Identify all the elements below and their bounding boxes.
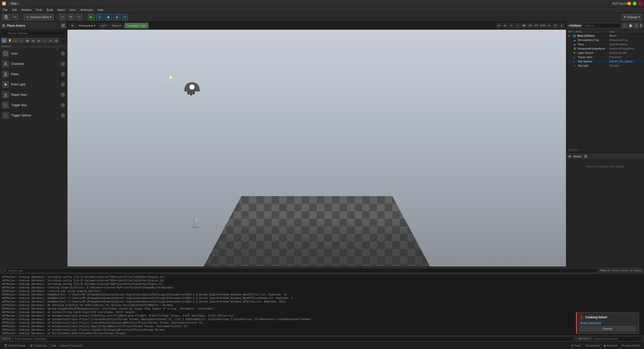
- vp-camera-btn[interactable]: 📷: [521, 23, 527, 28]
- vp-show-btn[interactable]: Show ▾: [109, 23, 123, 28]
- menu-file[interactable]: File: [1, 8, 10, 12]
- close-btn[interactable]: [638, 2, 642, 5]
- tree-item-foliage[interactable]: 🌿 InstancedFoliageActor InstancedFoliage…: [566, 47, 644, 51]
- details-close[interactable]: ✕: [584, 155, 587, 158]
- transform-btn[interactable]: ⤢: [59, 14, 66, 20]
- outliner-settings-btn[interactable]: ⚙: [634, 23, 639, 28]
- status-trace[interactable]: Trace: [569, 344, 583, 347]
- vp-cinematic-btn[interactable]: C1: [553, 23, 558, 28]
- vp-grid-btn[interactable]: ⊞: [496, 23, 502, 28]
- actor-item-character[interactable]: Character ⓘ: [0, 59, 67, 69]
- filter-geometry-btn[interactable]: ◻: [13, 38, 18, 43]
- save-btn[interactable]: [2, 14, 10, 20]
- log-content[interactable]: UATHelper: Cooking (Windows): Including …: [0, 274, 644, 335]
- pause-btn[interactable]: ⏸: [96, 14, 103, 20]
- tree-item-light-source[interactable]: ☀ Light Source DirectionalLight: [566, 51, 644, 55]
- console-input-2[interactable]: [592, 336, 642, 341]
- actor-info-pawn[interactable]: ⓘ: [61, 72, 65, 76]
- vp-g-btn[interactable]: G: [546, 23, 552, 28]
- tree-item-player-start[interactable]: ▷ Player Start PlayerStart: [566, 55, 644, 59]
- status-all-saved[interactable]: All Saved: [602, 344, 619, 347]
- menu-build[interactable]: Build: [45, 8, 55, 12]
- vp-fps-btn[interactable]: 0.29: [540, 23, 546, 28]
- filter-shapes-btn[interactable]: ○: [19, 38, 24, 43]
- selection-mode-btn[interactable]: Selection Mode ▾: [24, 14, 54, 20]
- scale-btn[interactable]: ⤡: [76, 14, 83, 20]
- stop-btn[interactable]: ⏹: [105, 14, 112, 20]
- eject-btn[interactable]: ⏏: [113, 14, 121, 20]
- actor-item-point-light[interactable]: Point Light ⓘ: [0, 79, 67, 90]
- actor-info-actor[interactable]: ⓘ: [61, 51, 65, 56]
- filter-effects-btn[interactable]: ✦: [48, 38, 53, 43]
- log-settings-btn[interactable]: ⚙ Settings: [630, 269, 642, 272]
- tree-item-skylight[interactable]: ⬡ SkyLight SkyLight: [566, 64, 644, 68]
- menu-tools[interactable]: Tools: [34, 8, 44, 12]
- status-content-drawer[interactable]: Content Drawer: [2, 344, 28, 347]
- actor-info-point-light[interactable]: ⓘ: [61, 82, 65, 87]
- menu-arimmetry[interactable]: Arimmetry: [79, 8, 95, 12]
- vp-scalability-btn[interactable]: Scalability: High: [124, 23, 148, 28]
- place-actors-close[interactable]: ✕: [61, 24, 65, 28]
- maximize-btn[interactable]: [633, 2, 636, 5]
- outliner-close[interactable]: ✕: [640, 24, 642, 28]
- vp-maximize-btn[interactable]: ⊞: [69, 23, 75, 28]
- main-tab[interactable]: Main: [8, 2, 20, 6]
- play-options-btn[interactable]: ▾: [122, 14, 128, 20]
- console-input-1[interactable]: [13, 336, 575, 341]
- undo-btn[interactable]: ↩: [12, 14, 18, 20]
- filters-btn[interactable]: Filters ▾: [600, 269, 610, 272]
- settings-btn[interactable]: ⚙ Settings ▾: [621, 14, 642, 20]
- actor-item-pawn[interactable]: Pawn ⓘ: [0, 69, 67, 79]
- vp-3d-btn[interactable]: 3D: [527, 23, 533, 28]
- vp-rotate-snap-btn[interactable]: ↻: [509, 23, 514, 28]
- actor-item-player-start[interactable]: Player Start ⓘ: [0, 90, 67, 100]
- vp-realtime-btn[interactable]: RT: [534, 23, 539, 28]
- log-line: UATHelper: Cooking (Windows): at Automat…: [2, 325, 642, 328]
- search-classes-input[interactable]: [2, 31, 66, 36]
- rotate-btn[interactable]: ↻: [67, 14, 74, 20]
- actor-info-character[interactable]: ⓘ: [61, 62, 65, 66]
- menu-window[interactable]: Window: [19, 8, 33, 12]
- toast-show-output-link[interactable]: Show Output Log: [580, 321, 636, 324]
- filter-lights-btn[interactable]: 💡: [7, 38, 12, 43]
- tree-item-sky-sphere[interactable]: ○ Sky Sphere Edit BP_Sky_Sphere: [566, 59, 644, 64]
- toast-dismiss-btn[interactable]: Dismiss: [580, 326, 636, 331]
- actor-info-trigger-box[interactable]: ⓘ: [61, 103, 65, 107]
- filter-sounds-btn[interactable]: ♪: [42, 38, 47, 43]
- tree-item-world[interactable]: ▾ 🌐 Main (Editor) World: [566, 34, 644, 38]
- menu-help[interactable]: Help: [96, 8, 105, 12]
- status-derived-data[interactable]: Derived Data: [583, 344, 602, 347]
- menu-edit[interactable]: Edit: [10, 8, 19, 12]
- actor-info-player-start[interactable]: ⓘ: [61, 93, 65, 97]
- viewport-canvas[interactable]: [67, 30, 566, 267]
- play-btn[interactable]: ▶: [88, 14, 94, 20]
- filter-actors-btn[interactable]: ◈: [36, 38, 41, 43]
- filter-volumes-btn[interactable]: ▣: [25, 38, 30, 43]
- menu-actor[interactable]: Actor: [68, 8, 78, 12]
- tree-item-atmos-fog[interactable]: ☁ Atmospheric Fog AtmosphericFog: [566, 38, 644, 42]
- svg-marker-0: [3, 2, 5, 5]
- filter-nav-btn[interactable]: ⊕: [30, 38, 35, 43]
- actor-item-trigger-box[interactable]: Trigger Box ⓘ: [0, 100, 67, 110]
- outliner-filter-btn[interactable]: ▽: [622, 23, 627, 28]
- filter-all-btn[interactable]: ⊞: [2, 38, 7, 43]
- log-search-input[interactable]: [2, 268, 598, 273]
- status-output-log[interactable]: Output Log: [28, 344, 49, 347]
- vp-perspective-btn[interactable]: Perspective ▾: [77, 23, 98, 28]
- status-console-cmd[interactable]: Console Command: [58, 344, 84, 347]
- minimize-btn[interactable]: [627, 2, 631, 5]
- actor-item-trigger-sphere[interactable]: Trigger Sphere ⓘ: [0, 110, 67, 121]
- vp-lit-btn[interactable]: Lit ▾: [99, 23, 108, 28]
- outliner-search-input[interactable]: [583, 23, 621, 28]
- vp-scale-snap-btn[interactable]: ⤡: [515, 23, 520, 28]
- vp-snap-btn[interactable]: ⊕: [502, 23, 508, 28]
- actor-info-trigger-sphere[interactable]: ⓘ: [61, 113, 65, 118]
- menu-select[interactable]: Select: [55, 8, 67, 12]
- filter-custom-btn[interactable]: ⚙: [54, 38, 59, 43]
- outliner-save-btn[interactable]: 💾: [628, 23, 633, 28]
- status-revision-control[interactable]: Revision Control: [620, 344, 642, 347]
- vp-expand-btn[interactable]: ⊡: [559, 23, 564, 28]
- status-cmd[interactable]: Cmd: [49, 344, 58, 347]
- actor-item-actor[interactable]: Actor ⓘ: [0, 49, 67, 59]
- tree-item-floor[interactable]: ▬ Floor StaticMeshActor: [566, 42, 644, 47]
